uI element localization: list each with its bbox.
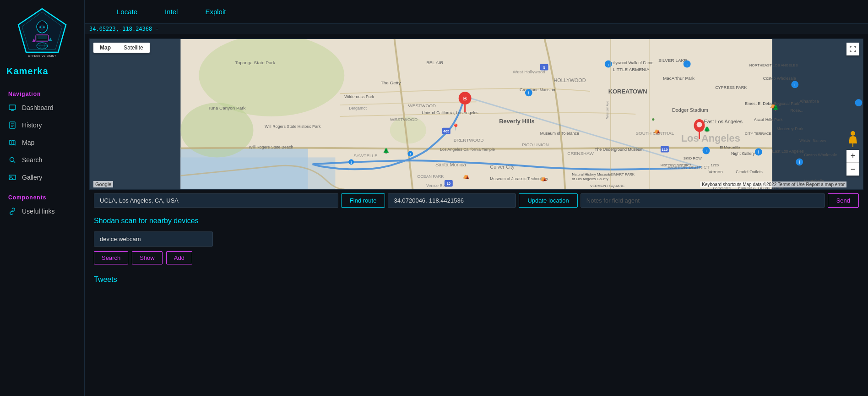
coordinates-text: 34.05223,-118.24368 -: [89, 26, 159, 32]
svg-text:i: i: [608, 62, 609, 67]
topnav-locate[interactable]: Locate: [103, 0, 151, 23]
svg-text:WESTWOOD: WESTWOOD: [390, 117, 418, 122]
map-container[interactable]: HOLLYWOOD West Hollywood Beverly Hills B…: [89, 38, 863, 190]
gallery-icon: [8, 173, 16, 182]
sidebar-item-gallery-label: Gallery: [22, 174, 42, 181]
svg-text:OCEAN PARK: OCEAN PARK: [417, 174, 444, 179]
find-route-button[interactable]: Find route: [341, 193, 385, 208]
svg-text:of Los Angeles County: of Los Angeles County: [572, 177, 608, 181]
send-button[interactable]: Send: [828, 193, 859, 208]
svg-text:i: i: [758, 150, 759, 154]
svg-text:Will Rogers State Historic Par: Will Rogers State Historic Park: [265, 124, 321, 129]
sidebar-item-map[interactable]: Map: [0, 134, 84, 151]
navigation-label: Navigation: [0, 86, 84, 99]
fullscreen-button[interactable]: [846, 43, 859, 55]
sidebar-item-history-label: History: [22, 121, 42, 129]
shodan-title: Shodan scan for nearby devices: [94, 217, 859, 225]
content-area: HOLLYWOOD West Hollywood Beverly Hills B…: [85, 34, 868, 396]
map-view-button[interactable]: Map: [93, 43, 117, 53]
sidebar: OFFENSIVE OSINT Kamerka Navigation Dashb…: [0, 0, 85, 396]
svg-text:Santa Monica: Santa Monica: [435, 162, 467, 167]
svg-text:Wilderness Park: Wilderness Park: [344, 94, 374, 99]
svg-text:Tuna Canyon Park: Tuna Canyon Park: [208, 105, 245, 110]
svg-text:📍: 📍: [452, 123, 460, 131]
svg-text:Beverly Hills: Beverly Hills: [499, 118, 534, 125]
svg-line-28: [14, 161, 16, 163]
route-start-input[interactable]: [94, 193, 338, 208]
svg-text:CRENSHAW: CRENSHAW: [567, 151, 594, 156]
svg-text:MacArthur Park: MacArthur Park: [663, 76, 694, 81]
svg-text:Greystone Mansion: Greystone Mansion: [520, 88, 555, 92]
monitor-icon: [8, 104, 16, 112]
components-label: Components: [0, 186, 84, 203]
svg-text:BEL AIR: BEL AIR: [426, 60, 443, 65]
svg-text:Culver City: Culver City: [490, 164, 515, 170]
topnav-exploit[interactable]: Exploit: [191, 0, 239, 23]
sidebar-item-history[interactable]: History: [0, 116, 84, 134]
svg-text:East Los Angeles: East Los Angeles: [772, 149, 804, 154]
svg-text:Whittier Narrows: Whittier Narrows: [799, 138, 826, 143]
svg-text:HISTORIC DISTRICT: HISTORIC DISTRICT: [661, 164, 692, 167]
location-coords-input[interactable]: [388, 193, 516, 208]
svg-text:Dodger Stadium: Dodger Stadium: [672, 107, 708, 113]
logo: OFFENSIVE OSINT: [15, 6, 70, 61]
app-title: Kamerka: [6, 66, 49, 77]
streetview-person[interactable]: [846, 130, 859, 148]
svg-text:SKID ROW: SKID ROW: [684, 156, 702, 160]
tweets-title: Tweets: [94, 275, 859, 284]
svg-text:🌲: 🌲: [383, 147, 390, 154]
svg-text:1720: 1720: [711, 163, 719, 167]
shodan-query-input[interactable]: [94, 231, 213, 247]
shodan-show-button[interactable]: Show: [132, 251, 163, 264]
svg-text:LEIMART PARK: LEIMART PARK: [608, 172, 635, 176]
svg-text:Topanga State Park: Topanga State Park: [235, 60, 275, 65]
svg-text:i: i: [705, 148, 706, 153]
svg-text:i: i: [799, 160, 800, 165]
svg-text:405: 405: [443, 129, 450, 133]
svg-text:●: ●: [651, 116, 655, 122]
svg-text:VERMONT SQUARE: VERMONT SQUARE: [590, 184, 624, 188]
svg-text:Hollywood Walk of Fame: Hollywood Walk of Fame: [608, 60, 654, 65]
svg-text:⛺: ⛺: [540, 175, 547, 182]
svg-text:WESTWOOD: WESTWOOD: [408, 103, 436, 108]
svg-text:🌲: 🌲: [704, 126, 711, 132]
zoom-in-button[interactable]: +: [846, 150, 859, 163]
svg-text:HOLLYWOOD: HOLLYWOOD: [553, 77, 586, 83]
svg-text:i: i: [528, 91, 529, 95]
svg-text:⛺: ⛺: [654, 127, 661, 134]
zoom-out-button[interactable]: −: [846, 163, 859, 176]
svg-text:SAWTELLE: SAWTELLE: [353, 153, 378, 158]
sidebar-item-dashboard-label: Dashboard: [22, 104, 54, 111]
shodan-section: Shodan scan for nearby devices Search Sh…: [85, 211, 868, 270]
map-icon: [8, 138, 16, 147]
svg-text:110: 110: [662, 148, 668, 152]
sidebar-item-search-label: Search: [22, 156, 42, 164]
shodan-search-button[interactable]: Search: [94, 251, 128, 264]
sidebar-item-dashboard[interactable]: Dashboard: [0, 99, 84, 116]
svg-text:NORTHEAST LOS ANGELES: NORTHEAST LOS ANGELES: [749, 63, 798, 67]
map-section: HOLLYWOOD West Hollywood Beverly Hills B…: [85, 38, 868, 211]
svg-text:The Underground Museum: The Underground Museum: [595, 147, 644, 152]
svg-text:BRENTWOOD: BRENTWOOD: [454, 138, 484, 143]
link-icon: [8, 207, 16, 215]
svg-text:Ernest E. Debs Regional Park: Ernest E. Debs Regional Park: [745, 101, 799, 106]
topnav-intel[interactable]: Intel: [151, 0, 191, 23]
svg-text:Los Angeles California Temple: Los Angeles California Temple: [440, 147, 495, 152]
sidebar-item-useful-links[interactable]: Useful links: [0, 203, 84, 220]
notes-input[interactable]: [580, 193, 825, 208]
svg-point-5: [39, 27, 41, 28]
map-zoom-controls: + −: [846, 150, 859, 176]
svg-text:Costco Wholesale: Costco Wholesale: [763, 76, 796, 81]
sidebar-item-gallery[interactable]: Gallery: [0, 169, 84, 186]
satellite-view-button[interactable]: Satellite: [117, 43, 150, 53]
svg-text:Vernon: Vernon: [708, 169, 722, 174]
sidebar-item-map-label: Map: [22, 139, 34, 146]
svg-text:i: i: [794, 82, 795, 87]
shodan-add-button[interactable]: Add: [166, 251, 192, 264]
svg-text:⛺: ⛺: [463, 172, 470, 179]
sidebar-item-search[interactable]: Search: [0, 151, 84, 169]
main-content: Locate Intel Exploit 34.05223,-118.24368…: [85, 0, 868, 396]
update-location-button[interactable]: Update location: [519, 193, 577, 208]
svg-point-27: [10, 158, 14, 162]
svg-text:Univ. of California, Los Angel: Univ. of California, Los Angeles: [422, 110, 478, 115]
